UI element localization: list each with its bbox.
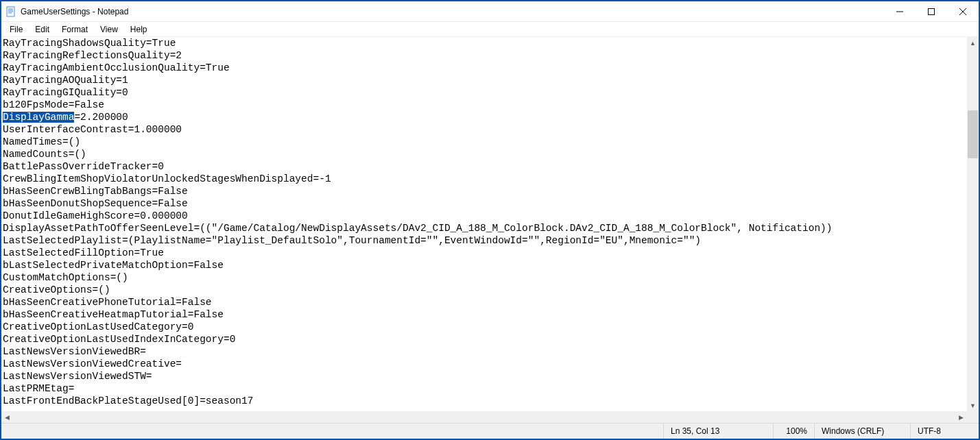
menu-edit[interactable]: Edit [29, 23, 55, 36]
scroll-corner [967, 411, 979, 423]
text-editor[interactable]: RayTracingShadowsQuality=TrueRayTracingR… [1, 37, 967, 411]
text-line[interactable]: NamedCounts=() [3, 148, 966, 160]
text-line[interactable]: CustomMatchOptions=() [3, 271, 966, 284]
maximize-button[interactable] [916, 1, 947, 21]
text-line[interactable]: bHasSeenCreativeHeatmapTutorial=False [3, 308, 966, 321]
text-line[interactable]: LastNewsVersionViewedBR= [3, 345, 966, 358]
scroll-left-icon[interactable]: ◀ [1, 411, 13, 423]
status-spacer [1, 424, 663, 439]
text-line[interactable]: CrewBlingItemShopViolatorUnlockedStagesW… [3, 173, 966, 185]
text-line[interactable]: CreativeOptionLastUsedCategory=0 [3, 321, 966, 333]
text-line[interactable]: BattlePassOverrideTracker=0 [3, 160, 966, 173]
status-encoding: UTF-8 [910, 424, 979, 439]
text-line[interactable]: RayTracingGIQuality=0 [3, 86, 966, 99]
text-line[interactable]: RayTracingAOQuality=1 [3, 74, 966, 86]
text-line[interactable]: UserInterfaceContrast=1.000000 [3, 123, 966, 136]
window-title: GameUserSettings - Notepad [21, 7, 128, 16]
text-line[interactable]: LastSelectedFillOption=True [3, 247, 966, 259]
text-line[interactable]: b120FpsMode=False [3, 99, 966, 111]
vscroll-track[interactable] [967, 49, 979, 400]
scroll-up-icon[interactable]: ▲ [967, 37, 979, 49]
text-line[interactable]: DisplayGamma=2.200000 [3, 111, 966, 123]
text-line[interactable]: LastPRMEtag= [3, 382, 966, 395]
window-controls [884, 1, 979, 21]
text-line[interactable]: bLastSelectedPrivateMatchOption=False [3, 259, 966, 271]
text-line[interactable]: NamedTimes=() [3, 136, 966, 148]
titlebar[interactable]: GameUserSettings - Notepad [1, 1, 979, 22]
text-line[interactable]: RayTracingAmbientOcclusionQuality=True [3, 62, 966, 74]
horizontal-scrollbar[interactable]: ◀ ▶ [1, 411, 967, 423]
menubar: File Edit Format View Help [1, 22, 979, 37]
text-line[interactable]: bHasSeenCreativePhoneTutorial=False [3, 296, 966, 308]
text-line[interactable]: DisplayAssetPathToOfferSeenLevel=(("/Gam… [3, 222, 966, 234]
text-line[interactable]: LastSelectedPlaylist=(PlaylistName="Play… [3, 234, 966, 247]
editor-container: RayTracingShadowsQuality=TrueRayTracingR… [1, 37, 979, 423]
status-position: Ln 35, Col 13 [663, 424, 773, 439]
text-line[interactable]: RayTracingShadowsQuality=True [3, 37, 966, 49]
vscroll-thumb[interactable] [968, 110, 978, 158]
menu-view[interactable]: View [95, 23, 123, 36]
status-line-ending: Windows (CRLF) [814, 424, 910, 439]
text-line[interactable]: LastFrontEndBackPlateStageUsed[0]=season… [3, 395, 966, 407]
menu-format[interactable]: Format [56, 23, 93, 36]
menu-help[interactable]: Help [125, 23, 153, 36]
text-line[interactable]: DonutIdleGameHighScore=0.000000 [3, 210, 966, 222]
svg-rect-6 [929, 8, 935, 14]
vertical-scrollbar[interactable]: ▲ ▼ [967, 37, 979, 411]
text-line[interactable]: RayTracingReflectionsQuality=2 [3, 49, 966, 62]
text-line[interactable]: bHasSeenDonutShopSequence=False [3, 197, 966, 210]
text-line[interactable]: CreativeOptionLastUsedIndexInCategory=0 [3, 333, 966, 345]
text-line[interactable]: bHasSeenCrewBlingTabBangs=False [3, 185, 966, 197]
notepad-window: GameUserSettings - Notepad File Edit For… [0, 0, 980, 440]
close-button[interactable] [947, 1, 979, 21]
notepad-app-icon [5, 6, 16, 17]
text-selection[interactable]: DisplayGamma [3, 112, 74, 123]
scroll-right-icon[interactable]: ▶ [955, 411, 967, 423]
minimize-button[interactable] [884, 1, 916, 21]
text-line[interactable]: LastNewsVersionViewedCreative= [3, 358, 966, 370]
status-zoom: 100% [773, 424, 814, 439]
text-line[interactable]: LastNewsVersionViewedSTW= [3, 370, 966, 382]
scroll-down-icon[interactable]: ▼ [967, 400, 979, 411]
text-line[interactable]: CreativeOptions=() [3, 284, 966, 296]
statusbar: Ln 35, Col 13 100% Windows (CRLF) UTF-8 [1, 423, 979, 439]
menu-file[interactable]: File [4, 23, 28, 36]
